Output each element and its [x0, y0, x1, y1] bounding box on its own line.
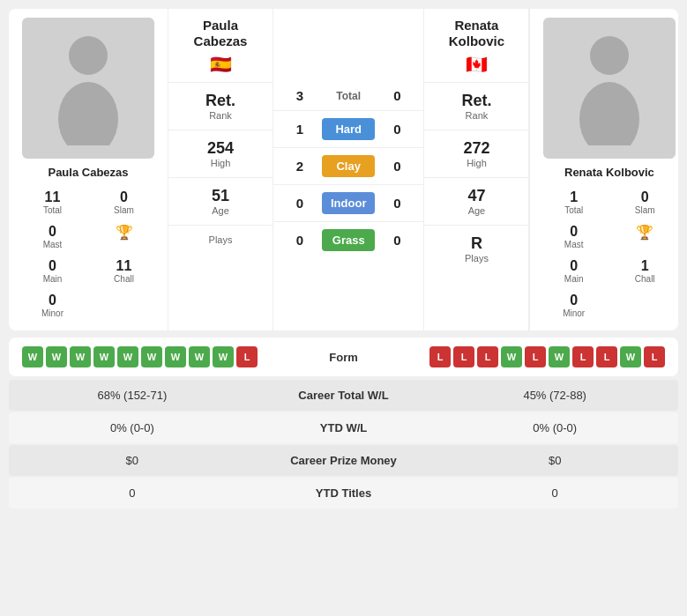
hard-left-score: 1 — [287, 122, 313, 137]
svg-point-0 — [69, 36, 108, 75]
right-slam-stat: 0 Slam — [610, 186, 678, 219]
stats-left-1: 0% (0-0) — [26, 421, 238, 434]
left-chall-stat: 11 Chall — [89, 255, 159, 287]
right-form-badge-l: L — [644, 346, 665, 367]
stats-center-1: YTD W/L — [238, 421, 450, 434]
left-player-stats: 11 Total 0 Slam 0 Mast 🏆 0 Main — [18, 186, 159, 322]
clay-row: 2 Clay 0 — [273, 148, 423, 185]
stats-row-3: 0 YTD Titles 0 — [9, 478, 678, 508]
left-form-badge-w: W — [213, 346, 234, 367]
total-label: Total — [322, 90, 375, 102]
svg-point-2 — [590, 36, 629, 75]
right-form-badge-l: L — [477, 346, 498, 367]
left-form-badge-w: W — [93, 346, 115, 367]
left-form-badge-w: W — [141, 346, 162, 367]
right-rank-block: Ret. Rank — [424, 82, 528, 130]
left-form-badge-w: W — [46, 346, 67, 367]
stats-left-0: 68% (152-71) — [26, 389, 238, 402]
right-chall-stat: 1 Chall — [610, 255, 678, 287]
stats-center-0: Career Total W/L — [238, 389, 450, 402]
left-form-badge-w: W — [117, 346, 138, 367]
hard-row: 1 Hard 0 — [273, 111, 423, 148]
stats-row-1: 0% (0-0) YTD W/L 0% (0-0) — [9, 412, 678, 443]
right-form-badges: LLLWLWLLWL — [429, 346, 665, 367]
hard-right-score: 0 — [384, 122, 410, 137]
right-trophy-icon-cell: 🏆 — [610, 220, 678, 253]
right-main-stat: 0 Main — [539, 255, 609, 287]
left-trophy-icon: 🏆 — [116, 225, 133, 240]
stats-row-0: 68% (152-71) Career Total W/L 45% (72-88… — [9, 380, 678, 411]
svg-point-3 — [579, 82, 639, 145]
right-minor-stat: 0 Minor — [539, 289, 609, 322]
stats-left-2: $0 — [26, 454, 238, 467]
right-form-badge-w: W — [620, 346, 641, 367]
total-left-score: 3 — [287, 88, 313, 103]
clay-right-score: 0 — [384, 159, 410, 174]
right-form-badge-w: W — [501, 346, 522, 367]
left-minor-stat: 0 Minor — [18, 289, 87, 322]
left-form-badge-w: W — [22, 346, 43, 367]
right-player-stats: 1 Total 0 Slam 0 Mast 🏆 0 Main — [539, 186, 678, 322]
left-main-stat: 0 Main — [18, 255, 87, 287]
grass-right-score: 0 — [384, 233, 410, 248]
left-total-stat: 11 Total — [18, 186, 87, 219]
left-trophy-icon-cell: 🏆 — [89, 220, 159, 253]
right-age-block: 47 Age — [424, 177, 528, 225]
form-label: Form — [329, 351, 358, 364]
left-form-badges: WWWWWWWWWL — [22, 346, 258, 367]
left-plays-block: Plays — [168, 225, 273, 254]
indoor-badge: Indoor — [322, 192, 375, 214]
right-form-badge-w: W — [549, 346, 570, 367]
left-high-block: 254 High — [168, 130, 273, 177]
right-player-header-name: RenataKolbovic — [444, 9, 509, 54]
right-center-stats: RenataKolbovic 🇨🇦 Ret. Rank 272 High 47 … — [423, 9, 529, 330]
left-form-badge-w: W — [165, 346, 186, 367]
surface-matches: 3 Total 0 1 Hard 0 2 Clay 0 0 Indoor 0 — [273, 9, 423, 330]
right-trophy-icon: 🏆 — [636, 225, 653, 240]
right-form-badge-l: L — [525, 346, 546, 367]
stats-left-3: 0 — [26, 486, 238, 500]
left-form-badge-w: W — [70, 346, 91, 367]
stats-right-3: 0 — [449, 486, 661, 500]
indoor-right-score: 0 — [384, 196, 410, 211]
clay-left-score: 2 — [287, 159, 313, 174]
total-row: 3 Total 0 — [273, 81, 423, 111]
right-form-badge-l: L — [453, 346, 474, 367]
left-player-avatar — [22, 18, 154, 159]
bottom-stats: 68% (152-71) Career Total W/L 45% (72-88… — [9, 380, 678, 508]
right-player-name: Renata Kolbovic — [564, 166, 654, 179]
left-form-badge-w: W — [189, 346, 210, 367]
grass-left-score: 0 — [287, 233, 313, 248]
right-plays-block: R Plays — [424, 225, 528, 272]
grass-row: 0 Grass 0 — [273, 222, 423, 258]
right-mast-stat: 0 Mast — [539, 220, 609, 253]
left-mast-stat: 0 Mast — [18, 220, 87, 253]
left-form-badge-l: L — [236, 346, 258, 367]
indoor-left-score: 0 — [287, 196, 313, 211]
left-player-header-name: PaulaCabezas — [190, 9, 252, 54]
comparison-section: Paula Cabezas 11 Total 0 Slam 0 Mast 🏆 — [9, 9, 678, 330]
right-player-card: Renata Kolbovic 1 Total 0 Slam 0 Mast 🏆 — [529, 9, 678, 330]
svg-point-1 — [58, 82, 118, 145]
stats-center-3: YTD Titles — [238, 486, 450, 500]
right-high-block: 272 High — [424, 130, 528, 177]
left-age-block: 51 Age — [168, 177, 273, 225]
right-form-badge-l: L — [596, 346, 617, 367]
stats-right-0: 45% (72-88) — [449, 389, 661, 402]
hard-badge: Hard — [322, 118, 375, 140]
left-player-flag: 🇪🇸 — [210, 54, 232, 75]
right-form-badge-l: L — [572, 346, 594, 367]
indoor-row: 0 Indoor 0 — [273, 185, 423, 222]
stats-center-2: Career Prize Money — [238, 454, 450, 467]
left-center-stats: PaulaCabezas 🇪🇸 Ret. Rank 254 High 51 Ag… — [168, 9, 273, 330]
grass-badge: Grass — [322, 229, 375, 251]
right-player-flag: 🇨🇦 — [466, 54, 488, 75]
stats-row-2: $0 Career Prize Money $0 — [9, 445, 678, 476]
left-player-name: Paula Cabezas — [48, 166, 128, 179]
stats-right-2: $0 — [449, 454, 661, 467]
stats-right-1: 0% (0-0) — [449, 421, 661, 434]
total-right-score: 0 — [384, 88, 410, 103]
left-slam-stat: 0 Slam — [89, 186, 159, 219]
form-section: WWWWWWWWWL Form LLLWLWLLWL — [9, 338, 678, 376]
main-container: Paula Cabezas 11 Total 0 Slam 0 Mast 🏆 — [0, 0, 687, 519]
